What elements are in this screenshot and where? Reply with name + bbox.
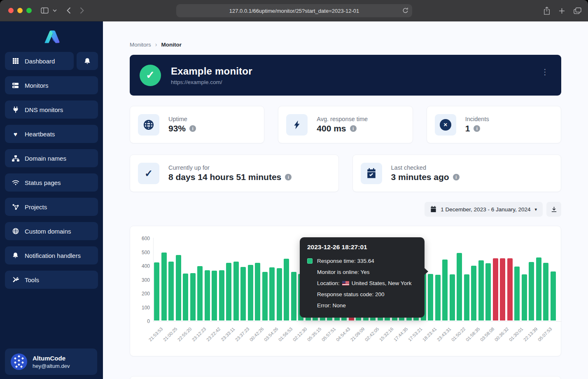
sidebar-item-monitors[interactable]: Monitors [5, 76, 98, 94]
main-content: Monitors › Monitor ✓ Example monitor htt… [103, 21, 588, 379]
app-logo[interactable] [42, 28, 61, 45]
sidebar-item-status-pages[interactable]: Status pages [5, 173, 98, 192]
chart-bar[interactable] [457, 253, 462, 321]
browser-window: 127.0.0.1/66uptime/monitor/25?start_date… [0, 0, 588, 379]
tooltip-location: Location: United States, New York [317, 278, 417, 289]
chart-bar[interactable] [183, 274, 188, 321]
chart-bar[interactable] [543, 263, 548, 321]
sidebar-item-tools[interactable]: Tools [5, 271, 98, 289]
sidebar-item-dns-monitors[interactable]: DNS monitors [5, 101, 98, 119]
chart-bar[interactable] [226, 263, 231, 321]
chart-bar[interactable] [205, 270, 210, 321]
bell-icon [84, 58, 91, 65]
chart-bar[interactable] [154, 262, 159, 321]
chart-bar[interactable] [262, 272, 268, 321]
chart-bar[interactable] [197, 266, 203, 321]
info-icon[interactable]: i [189, 125, 196, 132]
new-tab-icon[interactable] [559, 8, 565, 14]
share-nodes-icon [12, 204, 19, 210]
calendar-check-icon [361, 163, 382, 184]
info-icon[interactable]: i [350, 125, 357, 132]
chevron-down-icon[interactable] [53, 9, 57, 12]
chart-bar[interactable] [435, 275, 441, 321]
stat-label: Avg. response time [317, 116, 368, 122]
chart-bar[interactable] [551, 271, 556, 321]
chart-bar[interactable] [450, 274, 455, 321]
window-controls [8, 8, 32, 13]
chart-bar[interactable] [212, 271, 217, 321]
chart-bar[interactable] [284, 259, 289, 321]
sidebar-item-custom-domains[interactable]: Custom domains [5, 222, 98, 240]
chart-bar[interactable] [248, 265, 253, 321]
chart-bar[interactable] [536, 257, 541, 321]
chart-bar[interactable] [291, 272, 296, 321]
minimize-button[interactable] [17, 8, 23, 13]
chart-bar[interactable] [428, 274, 433, 321]
sidebar-item-notification-handlers[interactable]: Notification handlers [5, 246, 98, 264]
sidebar-item-projects[interactable]: Projects [5, 198, 98, 216]
plug-icon [12, 106, 19, 113]
close-button[interactable] [8, 8, 14, 13]
chart-bar[interactable] [464, 274, 469, 321]
us-flag-icon [342, 281, 349, 285]
download-button[interactable] [546, 202, 561, 217]
tools-icon [12, 276, 19, 283]
share-icon[interactable] [544, 7, 550, 15]
y-tick-label: 600 [133, 236, 150, 241]
chart-bar[interactable] [233, 262, 239, 321]
notifications-button[interactable] [77, 52, 98, 70]
chart-bar[interactable] [255, 263, 260, 321]
chart-bar[interactable] [176, 255, 181, 321]
sidebar-item-domain-names[interactable]: Domain names [5, 149, 98, 167]
sidebar-item-label: Notification handlers [25, 252, 81, 259]
chart-bar[interactable] [277, 268, 282, 321]
chart-bar[interactable] [219, 270, 224, 321]
chart-bar[interactable] [442, 260, 448, 321]
chart-bar[interactable] [522, 274, 527, 321]
chart-bar[interactable] [485, 263, 491, 321]
breadcrumb: Monitors › Monitor [130, 41, 561, 48]
chart-bar[interactable] [240, 267, 246, 321]
chart-bar[interactable] [471, 266, 476, 321]
sidebar-item-dashboard[interactable]: Dashboard [5, 52, 74, 70]
chart-tooltip: 2023-12-26 18:27:01 Response time: 335.6… [300, 237, 425, 318]
chart-bar[interactable] [478, 260, 484, 321]
y-tick-label: 400 [133, 263, 150, 269]
globe-icon [12, 228, 19, 234]
user-email: hey@altum.dev [33, 363, 70, 369]
chart-bar[interactable] [514, 267, 520, 321]
kebab-menu-icon[interactable]: ⋮ [541, 68, 549, 76]
user-profile[interactable]: AltumCode hey@altum.dev [5, 349, 97, 375]
stat-value: 93% [168, 124, 186, 133]
info-icon[interactable]: i [285, 174, 292, 180]
chart-bar[interactable] [269, 267, 275, 321]
chart-bar[interactable] [507, 258, 513, 321]
heart-pulse-icon: ♥ [12, 131, 19, 138]
avatar [11, 353, 27, 370]
chart-bar[interactable] [529, 262, 534, 321]
sidebar-item-heartbeats[interactable]: ♥ Heartbeats [5, 125, 98, 143]
info-icon[interactable]: i [474, 125, 480, 132]
forward-icon[interactable] [80, 7, 84, 14]
info-icon[interactable]: i [453, 174, 460, 180]
sidebar-toggle-icon[interactable] [41, 7, 49, 14]
wifi-icon [12, 180, 19, 185]
reload-icon[interactable] [402, 7, 408, 14]
sidebar-item-label: Status pages [25, 179, 61, 186]
calendar-icon [430, 206, 436, 213]
chart-bar[interactable] [190, 273, 196, 321]
tabs-overview-icon[interactable] [574, 7, 581, 14]
uptime-card: Uptime 93% i [130, 106, 264, 143]
zoom-button[interactable] [26, 8, 32, 13]
chart-bar[interactable] [168, 262, 174, 321]
chart-bar[interactable] [161, 253, 167, 321]
monitor-url[interactable]: https://example.com/ [171, 79, 252, 85]
chart-bar[interactable] [493, 258, 498, 321]
chart-bar[interactable] [500, 258, 505, 321]
back-icon[interactable] [67, 7, 71, 14]
address-bar[interactable]: 127.0.0.1/66uptime/monitor/25?start_date… [176, 4, 412, 17]
date-range-picker[interactable]: 1 December, 2023 - 6 January, 2024 ▾ [425, 202, 543, 217]
monitor-status-up-icon: ✓ [140, 65, 161, 86]
sidebar-item-label: DNS monitors [25, 106, 63, 113]
breadcrumb-monitors[interactable]: Monitors [130, 42, 151, 48]
